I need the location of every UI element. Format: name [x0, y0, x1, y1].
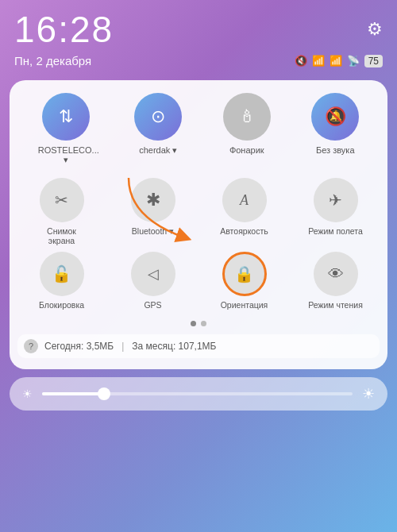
- brightness-low-icon: ☀: [22, 387, 33, 400]
- gear-icon[interactable]: ⚙: [367, 19, 383, 40]
- bluetooth-label: Bluetooth ▾: [132, 226, 174, 236]
- brightness-high-icon: ☀: [362, 385, 375, 403]
- toggle-airplane[interactable]: ✈ Режим полета: [291, 178, 380, 245]
- month-usage: За месяц: 107,1МБ: [132, 341, 216, 352]
- time-display: 16:28: [14, 8, 114, 51]
- data-usage-bar: ? Сегодня: 3,5МБ | За месяц: 107,1МБ: [17, 334, 380, 358]
- network-tiles-row: ⇅ ROSTELECO... ▾ ⊙ cherdak ▾ 🕯 Фонарик 🔕…: [17, 93, 380, 165]
- date-bar: Пн, 2 декабря 🔇 📶 📶 📡 75: [0, 54, 397, 75]
- toggle-grid: ✂ Снимок экрана ✱ Bluetooth ▾ A Автоярко…: [17, 178, 380, 310]
- brightness-fill: [42, 392, 104, 395]
- silent-icon: 🔕: [325, 106, 346, 127]
- reader-icon: 👁: [328, 265, 344, 283]
- lock-icon: 🔓: [52, 264, 71, 283]
- wifi-tile-icon: ⊙: [151, 106, 165, 127]
- brightness-track[interactable]: [42, 392, 353, 395]
- toggle-screenshot[interactable]: ✂ Снимок экрана: [17, 178, 106, 245]
- help-icon[interactable]: ?: [24, 339, 38, 353]
- tile-rostelekom[interactable]: ⇅ ROSTELECO... ▾: [38, 93, 94, 165]
- flashlight-icon: 🕯: [238, 106, 256, 127]
- signal-bar-2: 📶: [330, 55, 342, 67]
- reader-label: Режим чтения: [308, 300, 363, 310]
- dot-1[interactable]: [191, 321, 196, 326]
- tile-flashlight[interactable]: 🕯 Фонарик: [223, 93, 271, 165]
- toggle-gps[interactable]: ◁ GPS: [109, 252, 197, 310]
- mute-icon: 🔇: [295, 55, 307, 67]
- toggle-section: ✂ Снимок экрана ✱ Bluetooth ▾ A Автоярко…: [17, 178, 380, 310]
- screenshot-icon: ✂: [55, 191, 68, 210]
- date-text: Пн, 2 декабря: [14, 54, 91, 67]
- gps-icon: ◁: [148, 265, 159, 283]
- airplane-icon: ✈: [329, 191, 342, 210]
- toggle-orientation[interactable]: 🔒 Ориентация: [200, 252, 288, 310]
- orientation-icon: 🔒: [234, 264, 254, 283]
- toggle-bluetooth[interactable]: ✱ Bluetooth ▾: [109, 178, 197, 245]
- auto-brightness-icon: A: [240, 192, 249, 209]
- wifi-icon: 📡: [347, 55, 360, 67]
- tile-silent[interactable]: 🔕 Без звука: [311, 93, 359, 165]
- lock-label: Блокировка: [39, 300, 84, 310]
- toggle-reader[interactable]: 👁 Режим чтения: [291, 252, 380, 310]
- data-divider: |: [121, 341, 124, 352]
- silent-label: Без звука: [316, 145, 355, 155]
- toggle-lock[interactable]: 🔓 Блокировка: [17, 252, 106, 310]
- battery-icon: 75: [364, 55, 383, 67]
- signal-bar-1: 📶: [312, 55, 325, 67]
- airplane-label: Режим полета: [308, 226, 363, 236]
- rostelekom-icon: ⇅: [59, 106, 73, 127]
- cherdak-label: cherdak ▾: [139, 145, 177, 156]
- signal-icons: 🔇 📶 📶 📡 75: [295, 55, 383, 67]
- screenshot-label: Снимок экрана: [33, 226, 91, 245]
- bluetooth-icon: ✱: [146, 190, 160, 210]
- brightness-thumb[interactable]: [98, 387, 110, 400]
- auto-brightness-label: Автояркость: [220, 226, 268, 236]
- today-usage: Сегодня: 3,5МБ: [44, 341, 114, 352]
- flashlight-label: Фонарик: [229, 145, 264, 155]
- toggle-auto-brightness[interactable]: A Автояркость: [200, 178, 288, 245]
- dot-2[interactable]: [201, 321, 206, 326]
- quick-settings-panel: ⇅ ROSTELECO... ▾ ⊙ cherdak ▾ 🕯 Фонарик 🔕…: [10, 80, 387, 369]
- brightness-bar[interactable]: ☀ ☀: [10, 377, 387, 411]
- orientation-label: Ориентация: [221, 300, 268, 310]
- status-bar: 16:28 ⚙: [0, 0, 397, 54]
- gps-label: GPS: [144, 300, 161, 310]
- rostelekom-label: ROSTELECO... ▾: [38, 145, 94, 165]
- tile-cherdak[interactable]: ⊙ cherdak ▾: [134, 93, 182, 165]
- page-dots: [17, 321, 380, 326]
